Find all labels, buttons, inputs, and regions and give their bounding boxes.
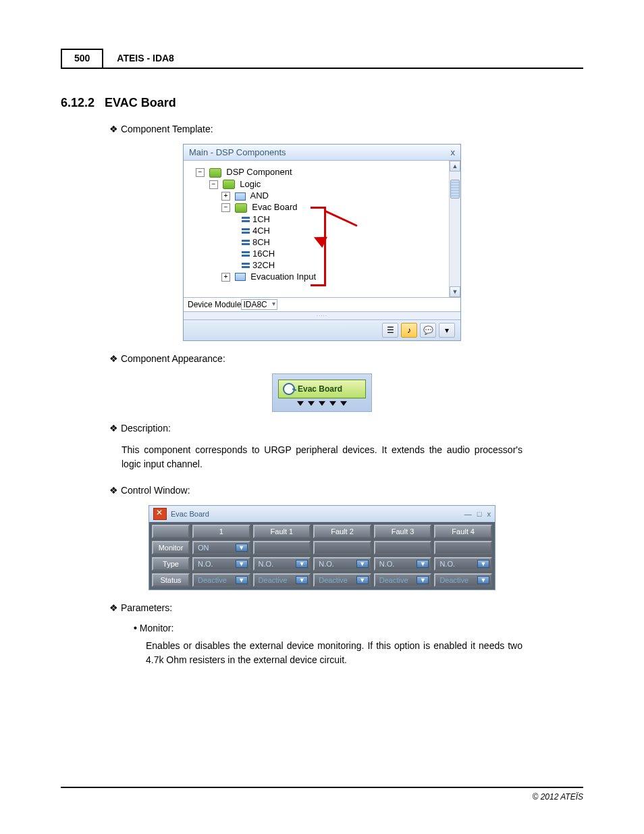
section-title: EVAC Board — [105, 96, 176, 109]
row-label-status: Status — [152, 573, 190, 587]
status-select[interactable]: Deactive▼ — [192, 573, 250, 587]
description-text: This component corresponds to URGP perip… — [122, 443, 522, 471]
chevron-down-icon[interactable]: ▼ — [296, 576, 308, 584]
scroll-thumb[interactable] — [450, 180, 460, 199]
chevron-down-icon[interactable]: ▼ — [477, 576, 489, 584]
monitor-select[interactable]: ON▼ — [192, 541, 250, 554]
status-select[interactable]: Deactive▼ — [434, 573, 492, 587]
control-window: Evac Board — □ x 1 Fault 1 Fault 2 Fault… — [149, 505, 495, 590]
maximize-icon[interactable]: □ — [477, 510, 482, 518]
chevron-down-icon[interactable]: ▼ — [477, 560, 489, 568]
type-select[interactable]: N.O.▼ — [253, 557, 311, 571]
section-number: 6.12.2 — [61, 96, 95, 109]
col-header: Fault 1 — [253, 525, 311, 538]
label-component-template: Component Template: — [109, 124, 583, 134]
item-icon — [235, 273, 246, 281]
param-monitor-label: Monitor: — [134, 623, 583, 633]
tree-evac-board[interactable]: Evac Board — [252, 202, 297, 212]
dsp-titlebar[interactable]: Main - DSP Components x — [184, 145, 460, 161]
col-header: 1 — [192, 525, 250, 538]
dsp-title-text: Main - DSP Components — [189, 147, 286, 157]
status-select[interactable]: Deactive▼ — [253, 573, 311, 587]
dsp-tree[interactable]: − DSP Component − Logic + AND − Evac Boa… — [184, 161, 460, 297]
table-row: Status Deactive▼ Deactive▼ Deactive▼ Dea… — [152, 573, 492, 587]
label-parameters: Parameters: — [109, 602, 583, 613]
table-row: Type N.O.▼ N.O.▼ N.O.▼ N.O.▼ N.O.▼ — [152, 557, 492, 571]
close-icon[interactable]: x — [451, 147, 456, 157]
page-header: 500 ATEIS - IDA8 — [61, 49, 583, 69]
chevron-down-icon[interactable]: ▼ — [296, 560, 308, 568]
chevron-down-icon[interactable]: ▼ — [236, 576, 248, 584]
folder-icon — [235, 203, 247, 213]
chevron-down-icon[interactable]: ▼ — [356, 560, 369, 568]
col-header: Fault 2 — [313, 525, 371, 538]
tree-ch[interactable]: 1CH — [252, 214, 270, 224]
tree-ch[interactable]: 8CH — [252, 237, 270, 247]
folder-icon — [209, 168, 221, 178]
expander-icon[interactable]: − — [209, 180, 218, 189]
tree-logic[interactable]: Logic — [240, 179, 261, 189]
evac-board-badge[interactable]: Evac Board — [278, 380, 366, 398]
chevron-down-icon[interactable]: ▼ — [417, 560, 429, 568]
expander-icon[interactable]: − — [221, 203, 230, 212]
device-module-row: Device Module IDA8C — [184, 297, 460, 312]
footer-button-chat-icon[interactable]: 💬 — [420, 323, 436, 338]
control-window-icon — [153, 508, 167, 520]
empty-cell — [374, 541, 432, 554]
type-select[interactable]: N.O.▼ — [192, 557, 250, 571]
control-window-titlebar[interactable]: Evac Board — □ x — [149, 506, 495, 522]
scroll-up-icon[interactable]: ▲ — [450, 161, 460, 172]
scroll-down-icon[interactable]: ▼ — [450, 286, 460, 297]
type-select[interactable]: N.O.▼ — [434, 557, 492, 571]
resize-grip[interactable]: ····· — [184, 312, 460, 319]
label-control-window: Control Window: — [109, 485, 583, 496]
highlight-bracket — [311, 207, 326, 286]
status-select[interactable]: Deactive▼ — [313, 573, 371, 587]
page-footer: © 2012 ATEÏS — [61, 787, 583, 802]
col-header — [152, 525, 190, 538]
device-module-label: Device Module — [188, 300, 241, 309]
copyright: © 2012 ATEÏS — [532, 792, 583, 802]
expander-icon[interactable]: + — [221, 192, 230, 201]
item-icon — [235, 192, 246, 201]
control-table: 1 Fault 1 Fault 2 Fault 3 Fault 4 Monito… — [149, 522, 495, 590]
footer-button-audio-icon[interactable]: ♪ — [401, 323, 417, 338]
dsp-footer: ☰ ♪ 💬 ▾ — [184, 319, 460, 340]
footer-button-dropdown-icon[interactable]: ▾ — [439, 323, 455, 338]
status-select[interactable]: Deactive▼ — [374, 573, 432, 587]
tree-evac-input[interactable]: Evacuation Input — [250, 271, 316, 282]
tree-ch[interactable]: 16CH — [252, 249, 275, 259]
chevron-down-icon[interactable]: ▼ — [236, 560, 248, 568]
param-monitor-text: Enables or disables the external device … — [146, 639, 522, 667]
tree-root[interactable]: DSP Component — [226, 167, 292, 177]
empty-cell — [313, 541, 371, 554]
label-description: Description: — [109, 423, 583, 434]
footer-button-list-icon[interactable]: ☰ — [382, 323, 398, 338]
doc-title: ATEIS - IDA8 — [103, 49, 174, 68]
control-window-title: Evac Board — [171, 510, 209, 518]
leaf-icon — [242, 216, 250, 223]
chevron-down-icon[interactable]: ▼ — [236, 544, 248, 552]
chevron-down-icon[interactable]: ▼ — [417, 576, 429, 584]
label-component-appearance: Component Appearance: — [109, 353, 583, 364]
expander-icon[interactable]: + — [221, 273, 230, 282]
chevron-down-icon[interactable]: ▼ — [356, 576, 369, 584]
type-select[interactable]: N.O.▼ — [374, 557, 432, 571]
tree-ch[interactable]: 4CH — [252, 226, 270, 236]
device-module-select[interactable]: IDA8C — [241, 299, 277, 310]
tree-ch[interactable]: 32CH — [252, 260, 275, 270]
tree-and[interactable]: AND — [250, 190, 269, 201]
expander-icon[interactable]: − — [196, 168, 205, 177]
leaf-icon — [242, 262, 250, 269]
minimize-icon[interactable]: — — [464, 510, 472, 518]
type-select[interactable]: N.O.▼ — [313, 557, 371, 571]
row-label-monitor: Monitor — [152, 541, 190, 554]
scrollbar[interactable]: ▲ ▼ — [449, 161, 460, 297]
section-heading: 6.12.2 EVAC Board — [61, 96, 583, 110]
evac-badge-ports — [278, 401, 366, 406]
page-number: 500 — [61, 49, 103, 68]
close-icon[interactable]: x — [487, 510, 491, 518]
leaf-icon — [242, 251, 250, 257]
highlight-arrow — [322, 225, 357, 227]
leaf-icon — [242, 239, 250, 246]
